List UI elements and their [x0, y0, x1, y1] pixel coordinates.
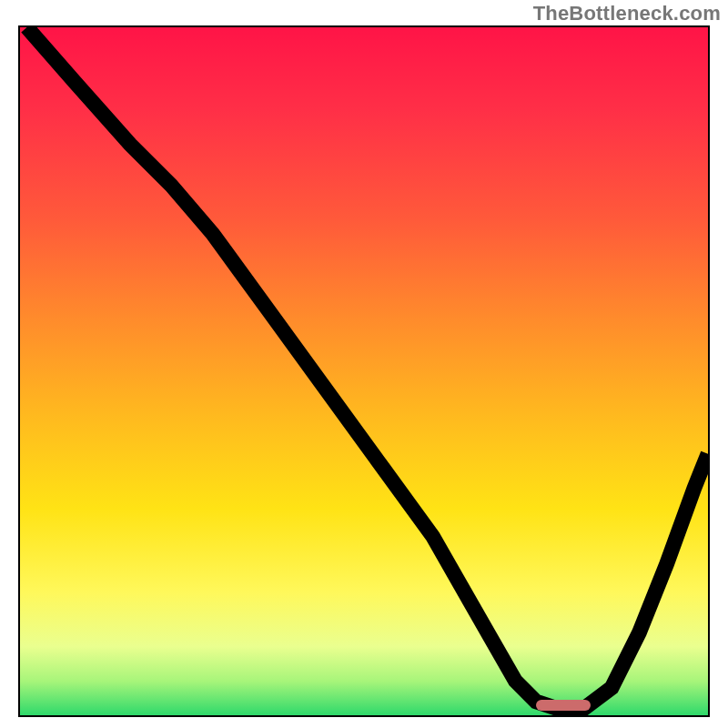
bottleneck-curve	[20, 27, 708, 715]
watermark-text: TheBottleneck.com	[533, 2, 721, 25]
chart-container: TheBottleneck.com	[0, 0, 728, 728]
optimal-range-marker	[536, 700, 591, 711]
curve-path	[27, 27, 708, 708]
plot-area	[18, 25, 710, 717]
